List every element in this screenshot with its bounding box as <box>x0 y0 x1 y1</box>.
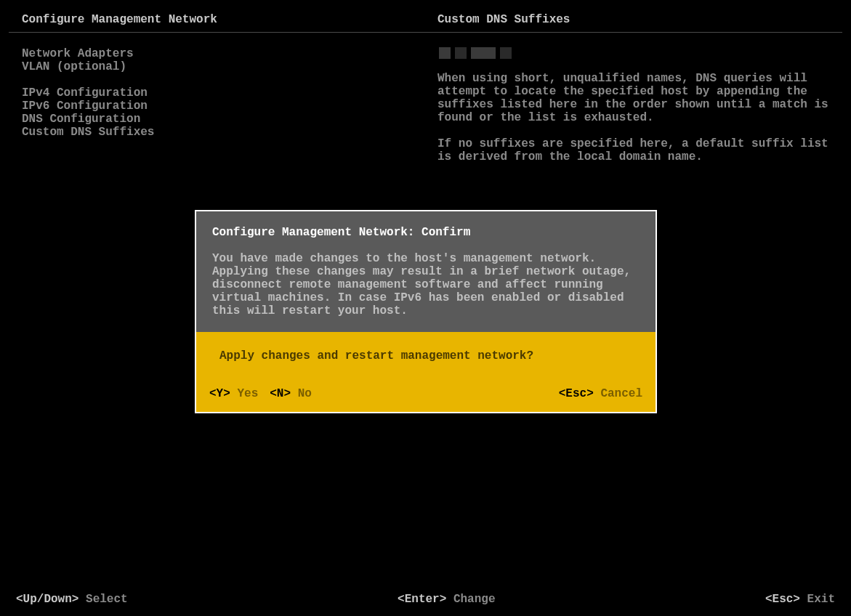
menu-group-1: Network Adapters VLAN (optional) <box>22 47 437 73</box>
redact-block <box>439 47 451 59</box>
dialog-question: Apply changes and restart management net… <box>209 349 642 362</box>
footer-change-label: Change <box>453 593 496 606</box>
footer: <Up/Down> Select <Enter> Change <Esc> Ex… <box>0 593 851 606</box>
dialog-header-area: Configure Management Network: Confirm Yo… <box>196 211 656 332</box>
yes-label: Yes <box>237 387 258 400</box>
menu-vlan[interactable]: VLAN (optional) <box>22 60 437 73</box>
redact-block <box>500 47 512 59</box>
footer-select-key: <Up/Down> <box>16 593 78 606</box>
footer-exit: <Esc> Exit <box>765 593 835 606</box>
menu-group-2: IPv4 Configuration IPv6 Configuration DN… <box>22 86 437 139</box>
menu-ipv6[interactable]: IPv6 Configuration <box>22 100 437 113</box>
info-paragraph-2: If no suffixes are specified here, a def… <box>437 137 829 163</box>
footer-change: <Enter> Change <box>398 593 495 606</box>
footer-exit-key: <Esc> <box>765 593 800 606</box>
yes-button[interactable]: <Y> Yes <box>209 387 258 400</box>
redact-block <box>455 47 467 59</box>
no-label: No <box>298 387 312 400</box>
page-title: Configure Management Network <box>22 13 437 26</box>
yes-key: <Y> <box>209 387 230 400</box>
header: Configure Management Network Custom DNS … <box>0 0 851 32</box>
section-title: Custom DNS Suffixes <box>437 13 836 26</box>
no-button[interactable]: <N> No <box>270 387 312 400</box>
content: Network Adapters VLAN (optional) IPv4 Co… <box>0 33 851 177</box>
redact-block <box>471 47 496 59</box>
info-panel: When using short, unqualified names, DNS… <box>437 47 836 177</box>
dialog-action-area: Apply changes and restart management net… <box>196 332 656 412</box>
menu-custom-dns[interactable]: Custom DNS Suffixes <box>22 126 437 139</box>
menu-network-adapters[interactable]: Network Adapters <box>22 47 437 60</box>
footer-select: <Up/Down> Select <box>16 593 128 606</box>
footer-exit-label: Exit <box>807 593 835 606</box>
dialog-title: Configure Management Network: Confirm <box>212 226 640 239</box>
cancel-key: <Esc> <box>559 387 594 400</box>
cancel-label: Cancel <box>600 387 642 400</box>
menu: Network Adapters VLAN (optional) IPv4 Co… <box>22 47 437 177</box>
menu-dns[interactable]: DNS Configuration <box>22 113 437 126</box>
confirm-dialog: Configure Management Network: Confirm Yo… <box>195 210 657 413</box>
info-paragraph-1: When using short, unqualified names, DNS… <box>437 72 829 124</box>
menu-ipv4[interactable]: IPv4 Configuration <box>22 86 437 100</box>
redacted-value <box>439 47 829 59</box>
footer-change-key: <Enter> <box>398 593 446 606</box>
dcui-screen: Configure Management Network Custom DNS … <box>0 0 851 616</box>
no-key: <N> <box>270 387 291 400</box>
dialog-body: You have made changes to the host's mana… <box>212 252 640 317</box>
footer-select-label: Select <box>86 593 128 606</box>
dialog-buttons-left: <Y> Yes <N> No <box>209 387 312 400</box>
cancel-button[interactable]: <Esc> Cancel <box>559 387 642 400</box>
dialog-buttons: <Y> Yes <N> No <Esc> Cancel <box>209 387 642 400</box>
